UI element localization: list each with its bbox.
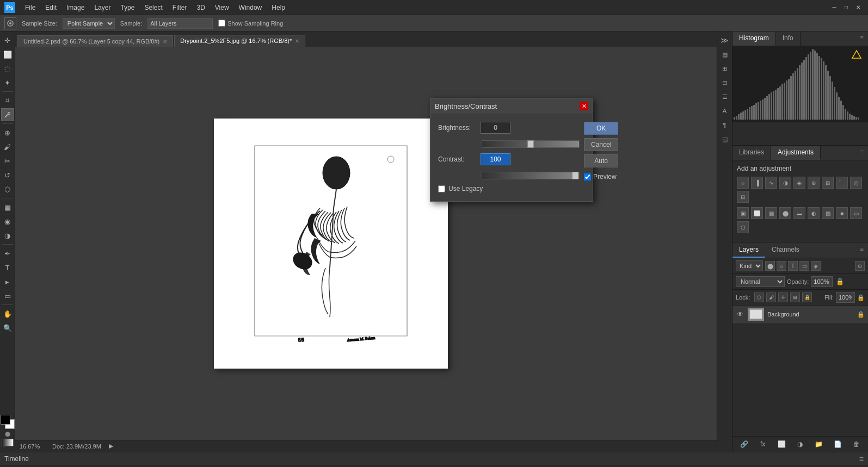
pen-tool[interactable]: ✒ — [1, 247, 14, 260]
contrast-input[interactable] — [481, 153, 510, 165]
layers-options-btn[interactable]: ≡ — [856, 242, 868, 258]
hand-tool[interactable]: ✋ — [1, 307, 14, 320]
vert-btn-1[interactable]: ▤ — [718, 48, 731, 61]
status-expand-btn[interactable]: ▶ — [109, 443, 113, 450]
menu-select[interactable]: Select — [140, 3, 167, 13]
adj-channel-mixer[interactable]: ⊟ — [737, 191, 749, 203]
adj-bw[interactable]: ⬛ — [836, 177, 848, 189]
panel-options-btn[interactable]: ≡ — [856, 32, 868, 46]
opacity-input[interactable] — [811, 276, 833, 287]
add-style-btn[interactable]: fx — [758, 439, 768, 450]
move-tool[interactable]: ✛ — [1, 34, 14, 47]
adj-options-btn[interactable]: ≡ — [856, 146, 868, 160]
show-sampling-ring-checkbox[interactable] — [218, 20, 225, 27]
tab-untitled[interactable]: Untitled-2.psd @ 66.7% (Layer 5 copy 44,… — [17, 35, 173, 47]
adj-color-balance[interactable]: ⊞ — [822, 177, 834, 189]
blur-tool[interactable]: ◉ — [1, 215, 14, 228]
adj-levels[interactable]: ▐ — [751, 177, 763, 189]
menu-3d[interactable]: 3D — [192, 3, 209, 13]
menu-image[interactable]: Image — [62, 3, 89, 13]
menu-help[interactable]: Help — [267, 3, 290, 13]
brightness-slider-thumb[interactable] — [527, 140, 534, 148]
clone-stamp-tool[interactable]: ✂ — [1, 154, 14, 167]
adj-brightness-contrast[interactable]: ☼ — [737, 177, 749, 189]
new-layer-btn[interactable]: 📄 — [832, 439, 843, 450]
dialog-ok-btn[interactable]: OK — [584, 122, 618, 135]
path-selection-tool[interactable]: ▸ — [1, 275, 14, 288]
timeline-menu-btn[interactable]: ≡ — [859, 454, 864, 463]
text-tool[interactable]: T — [1, 261, 14, 274]
adj-pattern[interactable]: ▩ — [822, 207, 834, 219]
tab-libraries[interactable]: Libraries — [732, 146, 771, 160]
filter-pixel-icon[interactable]: ⬤ — [765, 261, 775, 271]
dialog-auto-btn[interactable]: Auto — [584, 154, 618, 167]
canvas-viewport[interactable]: S/5 Annean M. Belem — [15, 47, 717, 440]
adj-texture[interactable]: ⬡ — [737, 221, 749, 233]
adj-posterize[interactable]: ▦ — [765, 207, 777, 219]
menu-file[interactable]: File — [21, 3, 40, 13]
use-legacy-checkbox[interactable] — [438, 185, 445, 192]
adj-invert[interactable]: ⬜ — [751, 207, 763, 219]
sample-size-select[interactable]: Point Sample — [63, 18, 115, 29]
samples-input[interactable] — [147, 18, 213, 29]
filter-toggle-btn[interactable]: ⊙ — [855, 261, 865, 271]
tab-untitled-close[interactable]: ✕ — [163, 39, 167, 45]
adj-selective-color[interactable]: ◐ — [808, 207, 820, 219]
filter-shape-icon[interactable]: ▭ — [799, 261, 809, 271]
kind-filter-select[interactable]: Kind — [736, 260, 763, 271]
shape-tool[interactable]: ▭ — [1, 289, 14, 302]
history-brush-tool[interactable]: ↺ — [1, 169, 14, 182]
marquee-tool[interactable]: ⬜ — [1, 48, 14, 61]
lock-position-btn[interactable]: ✛ — [778, 292, 788, 302]
menu-window[interactable]: Window — [235, 3, 267, 13]
tab-adjustments[interactable]: Adjustments — [771, 146, 821, 160]
panel-collapse-btn[interactable]: ≫ — [718, 34, 731, 47]
adj-gradient-map[interactable]: ▬ — [793, 207, 805, 219]
vert-btn-7[interactable]: ◱ — [718, 133, 731, 146]
close-button[interactable]: ✕ — [853, 3, 864, 12]
minimize-button[interactable]: ─ — [829, 3, 840, 12]
add-mask-btn[interactable]: ⬜ — [776, 439, 787, 450]
vert-btn-4[interactable]: ☰ — [718, 90, 731, 103]
filter-smart-icon[interactable]: ◈ — [811, 261, 821, 271]
lock-all-btn[interactable]: 🔒 — [802, 292, 812, 302]
menu-filter[interactable]: Filter — [168, 3, 192, 13]
tab-drypoint-close[interactable]: ✕ — [295, 38, 299, 44]
lasso-tool[interactable]: ◌ — [1, 62, 14, 75]
eyedropper-tool[interactable] — [1, 108, 14, 121]
tab-drypoint[interactable]: Drypoint.2_5%2F5.jpg @ 16.7% (RGB/8)* ✕ — [174, 35, 305, 47]
healing-tool[interactable]: ⊕ — [1, 126, 14, 139]
contrast-slider-thumb[interactable] — [572, 172, 578, 179]
adj-gradient[interactable]: ▭ — [850, 207, 862, 219]
tab-info[interactable]: Info — [776, 32, 801, 46]
layer-visibility-eye[interactable]: 👁 — [736, 310, 744, 319]
tab-layers[interactable]: Layers — [732, 242, 765, 258]
screen-mode-btn[interactable] — [2, 439, 14, 446]
adj-curves[interactable]: ∿ — [765, 177, 777, 189]
preview-checkbox[interactable] — [584, 173, 591, 180]
crop-tool[interactable]: ⌗ — [1, 94, 14, 107]
vert-btn-6[interactable]: ¶ — [718, 119, 731, 132]
contrast-slider[interactable] — [482, 172, 580, 179]
adj-color-lookup[interactable]: ▣ — [737, 207, 749, 219]
menu-type[interactable]: Type — [116, 3, 139, 13]
adj-threshold[interactable]: ⬤ — [779, 207, 791, 219]
link-layers-btn[interactable]: 🔗 — [738, 439, 749, 450]
dodge-tool[interactable]: ◑ — [1, 229, 14, 242]
adj-solid-color[interactable]: ■ — [836, 207, 848, 219]
lock-image-btn[interactable]: 🖌 — [766, 292, 776, 302]
lock-artboard-btn[interactable]: ⊠ — [790, 292, 800, 302]
delete-layer-btn[interactable]: 🗑 — [851, 439, 862, 450]
blend-mode-select[interactable]: Normal — [736, 276, 785, 287]
brightness-input[interactable] — [481, 122, 510, 134]
menu-view[interactable]: View — [211, 3, 233, 13]
gradient-tool[interactable]: ▦ — [1, 201, 14, 214]
vert-btn-2[interactable]: ⊞ — [718, 62, 731, 75]
new-adjustment-btn[interactable]: ◑ — [795, 439, 805, 450]
menu-edit[interactable]: Edit — [41, 3, 61, 13]
vert-btn-3[interactable]: ⊟ — [718, 76, 731, 89]
quick-mask-btn[interactable]: ⬤ — [5, 431, 10, 437]
filter-type-icon[interactable]: T — [788, 261, 798, 271]
tab-channels[interactable]: Channels — [765, 242, 806, 258]
new-group-btn[interactable]: 📁 — [814, 439, 824, 450]
